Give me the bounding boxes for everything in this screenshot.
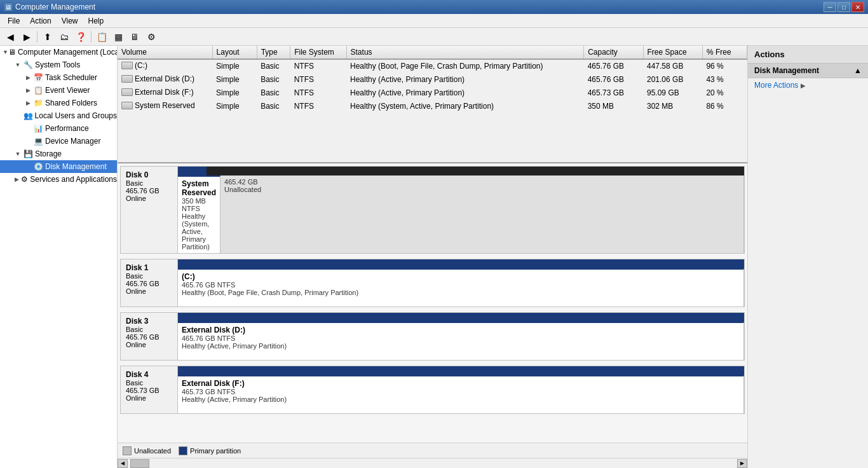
table-row[interactable]: System Reserved Simple Basic NTFS Health…: [118, 100, 747, 113]
partition-block[interactable]: 465.42 GB Unallocated: [220, 176, 744, 253]
partition-health: Healthy (Active, Primary Partition): [182, 396, 740, 403]
cell-volume: External Disk (F:): [118, 86, 212, 100]
sidebar-root-label: Computer Management (Local: [18, 48, 118, 57]
toolbar-btn3[interactable]: ❓: [73, 30, 88, 44]
col-filesystem[interactable]: File System: [290, 46, 346, 59]
disk-bar-row: [178, 259, 744, 268]
toolbar-btn5[interactable]: ▦: [111, 30, 126, 44]
sidebar-item-disk-management[interactable]: 💿 Disk Management: [0, 160, 117, 173]
col-capacity[interactable]: Capacity: [584, 46, 643, 59]
col-layout[interactable]: Layout: [212, 46, 257, 59]
col-volume[interactable]: Volume: [118, 46, 212, 59]
col-freespace[interactable]: Free Space: [643, 46, 702, 59]
cell-layout: Simple: [212, 73, 257, 86]
title-bar: Computer Management ─ □ ✕: [0, 0, 868, 14]
sidebar-item-services-apps[interactable]: ▶ ⚙ Services and Applications: [0, 173, 117, 186]
cell-volume: External Disk (D:): [118, 73, 212, 86]
disk-partitions-content: System Reserved 350 MB NTFS Healthy (Sys…: [178, 176, 744, 253]
disk-row: Disk 4 Basic 465.73 GB Online External D…: [120, 366, 745, 414]
partition-bar: [178, 313, 744, 322]
disk-partitions-content: External Disk (D:) 465.76 GB NTFS Health…: [178, 322, 744, 360]
cell-capacity: 465.76 GB: [584, 59, 643, 73]
close-button[interactable]: ✕: [851, 2, 864, 12]
disk-graphical-area: Disk 0 Basic 465.76 GB Online System Res…: [118, 163, 747, 443]
cell-volume: System Reserved: [118, 100, 212, 113]
sidebar-root[interactable]: ▼ 🖥 Computer Management (Local: [0, 46, 117, 59]
cell-status: Healthy (Active, Primary Partition): [346, 86, 584, 100]
partition-block[interactable]: External Disk (D:) 465.76 GB NTFS Health…: [178, 322, 744, 360]
event-viewer-expand-icon[interactable]: ▶: [23, 85, 33, 95]
menu-file[interactable]: File: [3, 15, 25, 27]
cell-capacity: 465.73 GB: [584, 86, 643, 100]
toolbar-btn7[interactable]: ⚙: [144, 30, 159, 44]
disk-type: Basic: [126, 326, 172, 333]
partition-block[interactable]: System Reserved 350 MB NTFS Healthy (Sys…: [178, 176, 220, 253]
col-status[interactable]: Status: [346, 46, 584, 59]
table-row[interactable]: External Disk (F:) Simple Basic NTFS Hea…: [118, 86, 747, 100]
disk-management-expand-icon[interactable]: [23, 162, 33, 172]
partition-size: 465.42 GB: [224, 178, 740, 186]
app-icon: [4, 3, 13, 11]
performance-expand-icon[interactable]: [23, 123, 33, 134]
disk-size: 465.76 GB: [126, 333, 172, 341]
cell-filesystem: NTFS: [290, 73, 346, 86]
task-scheduler-icon: 📅: [33, 72, 43, 83]
toolbar-forward[interactable]: ▶: [19, 30, 34, 44]
toolbar-btn6[interactable]: 🖥: [127, 30, 142, 44]
cell-layout: Simple: [212, 100, 257, 113]
partition-block[interactable]: External Disk (F:) 465.73 GB NTFS Health…: [178, 375, 744, 413]
toolbar-btn4[interactable]: 📋: [94, 30, 109, 44]
disk-status: Online: [126, 195, 172, 202]
partition-bar: [178, 366, 744, 375]
sidebar-item-storage[interactable]: ▼ 💾 Storage: [0, 148, 117, 160]
disk-bar-row: [178, 313, 744, 322]
scroll-right-button[interactable]: ▶: [737, 459, 747, 468]
more-actions-label: More Actions: [754, 81, 798, 90]
sidebar-item-event-viewer[interactable]: ▶ 📋 Event Viewer: [0, 84, 117, 97]
sidebar-item-device-manager[interactable]: 💻 Device Manager: [0, 135, 117, 148]
toolbar-btn2[interactable]: 🗂: [57, 30, 72, 44]
root-expand-icon[interactable]: ▼: [3, 47, 8, 57]
disk-label: Disk 1 Basic 465.76 GB Online: [121, 259, 178, 306]
sidebar-item-performance[interactable]: 📊 Performance: [0, 122, 117, 135]
partition-block[interactable]: (C:) 465.76 GB NTFS Healthy (Boot, Page …: [178, 268, 744, 306]
col-type[interactable]: Type: [257, 46, 290, 59]
table-row[interactable]: (C:) Simple Basic NTFS Healthy (Boot, Pa…: [118, 59, 747, 73]
shared-folders-expand-icon[interactable]: ▶: [23, 98, 33, 108]
disk-table: Volume Layout Type File System Status Ca…: [118, 46, 747, 113]
disk-icon: [121, 75, 133, 83]
system-tools-expand-icon[interactable]: ▼: [13, 60, 23, 70]
minimize-button[interactable]: ─: [824, 2, 836, 12]
scroll-thumb[interactable]: [130, 459, 149, 468]
storage-expand-icon[interactable]: ▼: [13, 149, 23, 159]
main-layout: ▼ 🖥 Computer Management (Local ▼ 🔧 Syste…: [0, 46, 868, 468]
sidebar-item-local-users[interactable]: 👥 Local Users and Groups: [0, 109, 117, 122]
table-row[interactable]: External Disk (D:) Simple Basic NTFS Hea…: [118, 73, 747, 86]
cell-type: Basic: [257, 86, 290, 100]
sidebar-item-task-scheduler[interactable]: ▶ 📅 Task Scheduler: [0, 71, 117, 84]
sidebar-item-shared-folders[interactable]: ▶ 📁 Shared Folders: [0, 97, 117, 109]
horizontal-scrollbar[interactable]: ◀ ▶: [118, 458, 747, 468]
sidebar-item-system-tools[interactable]: ▼ 🔧 System Tools: [0, 59, 117, 71]
partition-bar: [207, 167, 744, 176]
event-viewer-icon: 📋: [33, 85, 43, 95]
services-expand-icon[interactable]: ▶: [13, 174, 20, 184]
more-actions-arrow: ▶: [801, 82, 806, 89]
cell-capacity: 350 MB: [584, 100, 643, 113]
menu-action[interactable]: Action: [25, 15, 56, 27]
toolbar-back[interactable]: ◀: [3, 30, 18, 44]
sidebar-label-task-scheduler: Task Scheduler: [45, 73, 97, 82]
toolbar-up[interactable]: ⬆: [40, 30, 55, 44]
actions-more-actions[interactable]: More Actions ▶: [748, 78, 868, 92]
menu-view[interactable]: View: [57, 15, 83, 27]
col-percentfree[interactable]: % Free: [702, 46, 747, 59]
disk-size: 465.76 GB: [126, 187, 172, 195]
device-manager-expand-icon[interactable]: [23, 136, 33, 146]
task-scheduler-expand-icon[interactable]: ▶: [23, 72, 33, 83]
maximize-button[interactable]: □: [837, 2, 850, 12]
window-controls[interactable]: ─ □ ✕: [824, 2, 864, 12]
sidebar-label-system-tools: System Tools: [35, 60, 80, 69]
scroll-left-button[interactable]: ◀: [118, 459, 128, 468]
menu-help[interactable]: Help: [83, 15, 109, 27]
collapse-icon[interactable]: ▲: [854, 66, 862, 75]
